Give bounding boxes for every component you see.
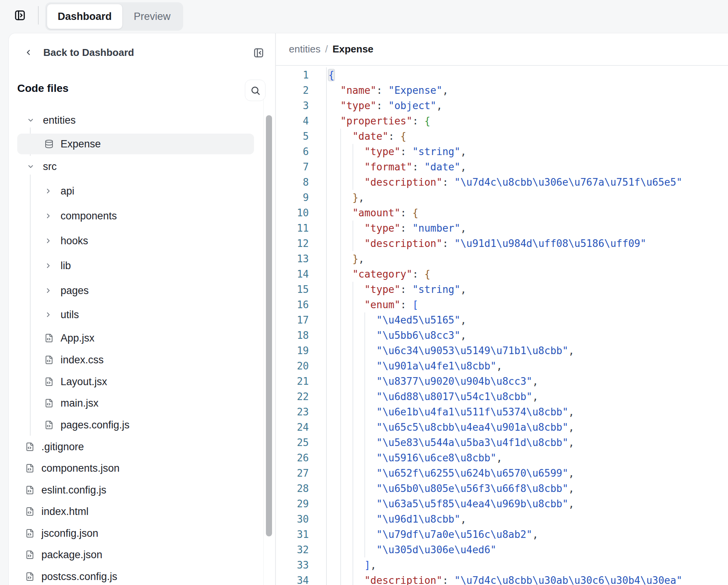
tree-item-index-html[interactable]: index.html	[17, 501, 254, 522]
token-k: "category"	[353, 268, 413, 280]
code-line-33[interactable]: 33 ],	[276, 557, 728, 573]
tree-item-components[interactable]: components	[17, 206, 254, 226]
code-line-content: "description": "\u7d4c\u8cbb\u306e\u767a…	[326, 175, 728, 190]
line-number: 25	[276, 435, 326, 450]
tree-item-components-json[interactable]: components.json	[17, 458, 254, 479]
breadcrumb-parent[interactable]: entities	[289, 43, 320, 55]
tree-item-eslint-config-js[interactable]: eslint.config.js	[17, 480, 254, 500]
code-line-content: "\u305d\u306e\u4ed6"	[326, 542, 728, 557]
code-indent-guide	[340, 159, 341, 175]
code-indent-guide	[364, 435, 365, 450]
code-line-15[interactable]: 15 "type": "string",	[276, 282, 728, 297]
code-line-14[interactable]: 14 "category": {	[276, 266, 728, 282]
tree-item-hooks[interactable]: hooks	[17, 230, 254, 251]
code-line-17[interactable]: 17 "\u4ed5\u5165",	[276, 312, 728, 328]
code-line-30[interactable]: 30 "\u96d1\u8cbb",	[276, 511, 728, 527]
token-s: "\u5bb6\u8cc3"	[376, 330, 460, 341]
code-line-26[interactable]: 26 "\u5916\u6ce8\u8cbb",	[276, 450, 728, 466]
tree-item-label: index.css	[61, 354, 104, 366]
code-line-1[interactable]: 1{	[276, 67, 728, 83]
code-line-19[interactable]: 19 "\u6c34\u9053\u5149\u71b1\u8cbb",	[276, 343, 728, 358]
tree-item-pages[interactable]: pages	[17, 280, 254, 301]
chevron-right-icon	[44, 262, 52, 270]
tree-item-utils[interactable]: utils	[17, 304, 254, 325]
tree-item-pages-config-js[interactable]: pages.config.js	[17, 415, 254, 435]
code-line-2[interactable]: 2 "name": "Expense",	[276, 83, 728, 98]
tree-item-main-jsx[interactable]: main.jsx	[17, 393, 254, 413]
token-k: "amount"	[353, 207, 400, 219]
token-s: "\u6d88\u8017\u54c1\u8cbb"	[376, 391, 532, 402]
tree-item-layout-jsx[interactable]: Layout.jsx	[17, 371, 254, 392]
code-line-content: "type": "number",	[326, 221, 728, 236]
code-line-16[interactable]: 16 "enum": [	[276, 297, 728, 312]
line-number: 5	[276, 129, 326, 144]
code-line-content: "\u901a\u4fe1\u8cbb",	[326, 358, 728, 374]
tree-item-postcss-config-js[interactable]: postcss.config.js	[17, 566, 254, 585]
tab-dashboard[interactable]: Dashboard	[47, 4, 123, 29]
code-indent-guide	[364, 404, 365, 420]
code-indent-guide	[340, 236, 341, 251]
code-line-21[interactable]: 21 "\u8377\u9020\u904b\u8cc3",	[276, 374, 728, 389]
code-line-6[interactable]: 6 "type": "string",	[276, 144, 728, 159]
token-s: "\u7d4c\u8cbb\u30ab\u30c6\u30b4\u30ea"	[454, 575, 682, 585]
code-line-22[interactable]: 22 "\u6d88\u8017\u54c1\u8cbb",	[276, 389, 728, 404]
token-k: "properties"	[340, 115, 412, 127]
code-indent-guide	[340, 466, 341, 481]
code-line-28[interactable]: 28 "\u65b0\u805e\u56f3\u66f8\u8cbb",	[276, 481, 728, 496]
code-line-content: "\u96d1\u8cbb",	[326, 511, 728, 527]
token-p: :	[376, 100, 388, 111]
code-indent-guide	[340, 511, 341, 527]
code-line-13[interactable]: 13 },	[276, 251, 728, 266]
code-line-31[interactable]: 31 "\u79df\u7a0e\u516c\u8ab2",	[276, 527, 728, 542]
code-line-8[interactable]: 8 "description": "\u7d4c\u8cbb\u306e\u76…	[276, 175, 728, 190]
code-line-20[interactable]: 20 "\u901a\u4fe1\u8cbb",	[276, 358, 728, 374]
tree-item-jsconfig-json[interactable]: jsconfig.json	[17, 523, 254, 544]
code-line-23[interactable]: 23 "\u6e1b\u4fa1\u511f\u5374\u8cbb",	[276, 404, 728, 420]
sidebar-scrollbar[interactable]	[266, 115, 272, 536]
tree-item-expense[interactable]: Expense	[17, 134, 254, 154]
code-line-25[interactable]: 25 "\u5e83\u544a\u5ba3\u4f1d\u8cbb",	[276, 435, 728, 450]
tab-preview[interactable]: Preview	[123, 4, 182, 29]
code-line-18[interactable]: 18 "\u5bb6\u8cc3",	[276, 328, 728, 343]
code-line-32[interactable]: 32 "\u305d\u306e\u4ed6"	[276, 542, 728, 557]
file-code-icon	[25, 485, 34, 495]
code-indent-guide	[340, 221, 341, 236]
tree-item-gitignore[interactable]: .gitignore	[17, 436, 254, 457]
token-k: "enum"	[364, 299, 400, 310]
tree-item-package-json[interactable]: package.json	[17, 544, 254, 565]
sidebar-toggle-button[interactable]	[11, 7, 28, 24]
code-line-24[interactable]: 24 "\u65c5\u8cbb\u4ea4\u901a\u8cbb",	[276, 420, 728, 435]
code-line-12[interactable]: 12 "description": "\u91d1\u984d\uff08\u5…	[276, 236, 728, 251]
tree-item-lib[interactable]: lib	[17, 255, 254, 276]
tree-item-app-jsx[interactable]: App.jsx	[17, 328, 254, 348]
code-line-content: "date": {	[326, 129, 728, 144]
code-line-3[interactable]: 3 "type": "object",	[276, 98, 728, 113]
tree-item-entities[interactable]: entities	[17, 110, 254, 131]
panel-left-open-icon	[14, 10, 26, 21]
tree-item-api[interactable]: api	[17, 181, 254, 201]
tree-item-index-css[interactable]: index.css	[17, 350, 254, 370]
code-line-content: "properties": {	[326, 113, 728, 129]
code-line-9[interactable]: 9 },	[276, 190, 728, 205]
code-line-4[interactable]: 4 "properties": {	[276, 113, 728, 129]
code-indent-guide	[340, 251, 341, 266]
tree-item-src[interactable]: src	[17, 156, 254, 177]
code-line-29[interactable]: 29 "\u63a5\u5f85\u4ea4\u969b\u8cbb",	[276, 496, 728, 511]
code-line-content: "category": {	[326, 266, 728, 282]
tree-item-label: Layout.jsx	[61, 376, 107, 388]
code-line-27[interactable]: 27 "\u652f\u6255\u624b\u6570\u6599",	[276, 466, 728, 481]
code-line-7[interactable]: 7 "format": "date",	[276, 159, 728, 175]
code-indent-guide	[353, 343, 353, 358]
token-p: ,	[568, 406, 574, 418]
token-b1: ]	[364, 559, 371, 571]
json-code-editor[interactable]: 1{2 "name": "Expense",3 "type": "object"…	[276, 67, 728, 585]
code-line-34[interactable]: 34 "description": "\u7d4c\u8cbb\u30ab\u3…	[276, 573, 728, 585]
file-code-icon	[25, 550, 34, 559]
token-s: "\u65b0\u805e\u56f3\u66f8\u8cbb"	[376, 483, 568, 494]
code-line-10[interactable]: 10 "amount": {	[276, 205, 728, 221]
code-line-11[interactable]: 11 "type": "number",	[276, 221, 728, 236]
code-line-5[interactable]: 5 "date": {	[276, 129, 728, 144]
code-indent-guide	[340, 496, 341, 511]
code-line-content: },	[326, 251, 728, 266]
token-k: "type"	[340, 100, 376, 111]
